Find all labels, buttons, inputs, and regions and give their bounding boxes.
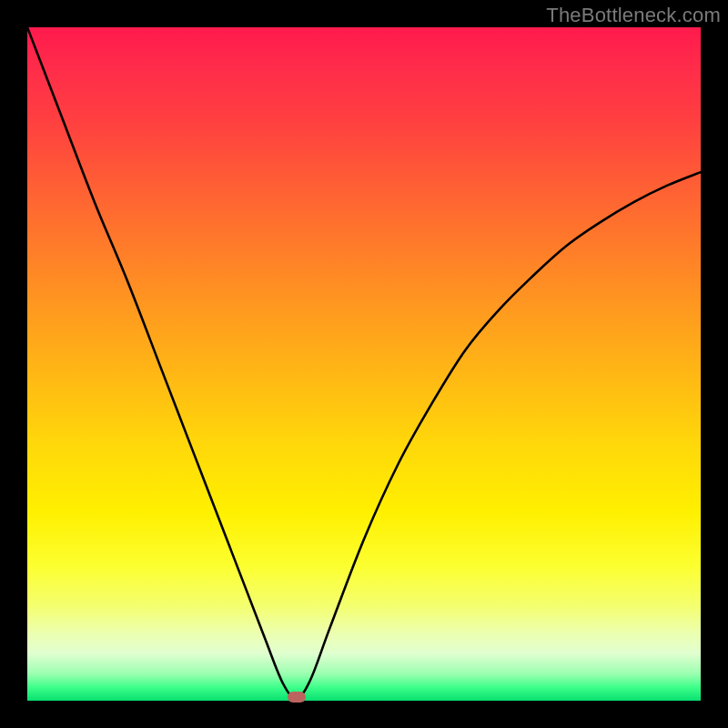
watermark-text: TheBottleneck.com xyxy=(546,4,721,27)
optimal-point-marker xyxy=(288,692,306,703)
chart-frame: TheBottleneck.com xyxy=(0,0,728,728)
bottleneck-curve xyxy=(27,27,701,701)
plot-area xyxy=(27,27,701,701)
